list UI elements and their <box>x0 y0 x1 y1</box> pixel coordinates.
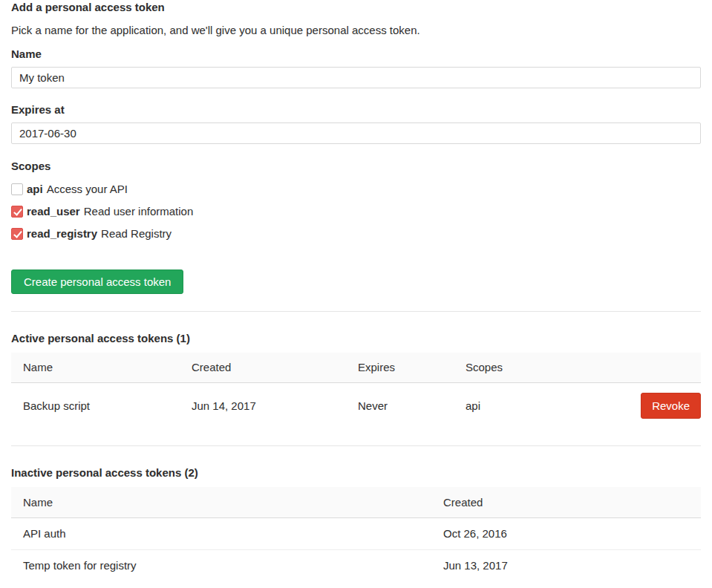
token-scopes-cell: api <box>454 382 572 428</box>
scope-description: Access your API <box>47 183 128 195</box>
token-expires-cell: Never <box>346 382 454 428</box>
column-header-scopes: Scopes <box>454 353 572 382</box>
expires-at-label: Expires at <box>11 104 701 116</box>
active-tokens-heading: Active personal access tokens (1) <box>11 333 701 344</box>
active-tokens-table: Name Created Expires Scopes Backup scrip… <box>11 353 701 428</box>
inactive-tokens-table: Name Created API auth Oct 26, 2016 Temp … <box>11 487 701 581</box>
scope-description: Read user information <box>84 206 194 218</box>
scope-row-api: api Access your API <box>11 183 701 195</box>
api-scope-checkbox[interactable] <box>11 183 23 195</box>
add-token-heading: Add a personal access token <box>11 1 701 13</box>
read-registry-scope-checkbox[interactable] <box>11 228 23 240</box>
token-name-cell: Temp token for registry <box>11 549 431 581</box>
scopes-label: Scopes <box>11 160 701 172</box>
scope-description: Read Registry <box>101 228 172 240</box>
revoke-button[interactable]: Revoke <box>641 393 701 419</box>
token-created-cell: Oct 26, 2016 <box>431 517 701 549</box>
column-header-created: Created <box>180 353 346 382</box>
token-created-cell: Jun 13, 2017 <box>431 549 701 581</box>
token-name-input[interactable] <box>11 67 701 88</box>
scope-row-read-user: read_user Read user information <box>11 206 701 218</box>
create-token-button[interactable]: Create personal access token <box>11 270 183 294</box>
column-header-created: Created <box>431 487 701 517</box>
table-row: API auth Oct 26, 2016 <box>11 517 701 549</box>
scope-name: api <box>27 183 43 195</box>
column-header-actions <box>572 353 701 382</box>
section-divider <box>11 445 701 446</box>
token-created-cell: Jun 14, 2017 <box>180 382 346 428</box>
scope-row-read-registry: read_registry Read Registry <box>11 228 701 240</box>
scope-name: read_user <box>27 206 80 218</box>
table-header-row: Name Created <box>11 487 701 517</box>
table-header-row: Name Created Expires Scopes <box>11 353 701 382</box>
table-row: Backup script Jun 14, 2017 Never api Rev… <box>11 382 701 428</box>
add-token-description: Pick a name for the application, and we'… <box>11 24 701 36</box>
token-name-cell: API auth <box>11 517 431 549</box>
expires-at-input[interactable] <box>11 122 701 144</box>
column-header-name: Name <box>11 353 180 382</box>
section-divider <box>11 311 701 312</box>
read-user-scope-checkbox[interactable] <box>11 206 23 218</box>
scope-name: read_registry <box>27 228 97 240</box>
column-header-expires: Expires <box>346 353 454 382</box>
inactive-tokens-heading: Inactive personal access tokens (2) <box>11 467 701 479</box>
token-name-cell: Backup script <box>11 382 180 428</box>
table-row: Temp token for registry Jun 13, 2017 <box>11 549 701 581</box>
column-header-name: Name <box>11 487 431 517</box>
name-label: Name <box>11 48 701 60</box>
personal-access-tokens-page: Add a personal access token Pick a name … <box>0 0 712 588</box>
